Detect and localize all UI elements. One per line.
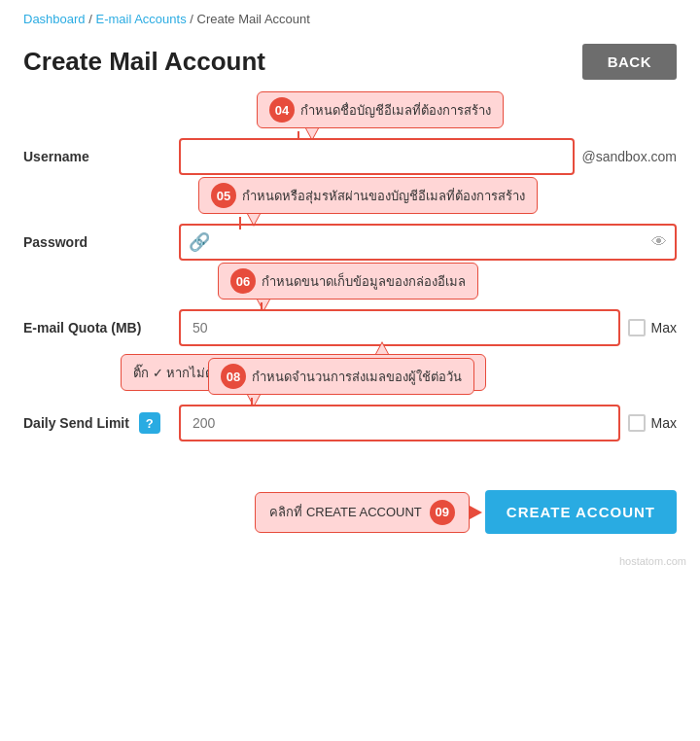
quota-max-checkbox[interactable] <box>628 319 646 336</box>
step-badge-09: 09 <box>430 500 455 525</box>
password-generate-icon[interactable]: 🔗 <box>189 231 210 253</box>
quota-max-label: Max <box>651 320 677 335</box>
page-title: Create Mail Account <box>23 47 265 77</box>
password-toggle-icon[interactable]: 👁 <box>651 233 667 251</box>
breadcrumb-current: Create Mail Account <box>197 12 310 26</box>
password-input[interactable] <box>218 229 651 255</box>
tooltip-05-text: กำหนดหรือสุ่มรหัสผ่านของบัญชีอีเมลที่ต้อ… <box>242 186 525 206</box>
step-badge-08: 08 <box>221 364 246 389</box>
tooltip-08-text: กำหนดจำนวนการส่งเมลของผู้ใช้ต่อวัน <box>252 367 462 387</box>
daily-send-input[interactable] <box>179 405 620 441</box>
quota-label: E-mail Quota (MB) <box>23 320 179 335</box>
breadcrumb-email-accounts[interactable]: E-mail Accounts <box>95 12 186 26</box>
breadcrumb: Dashboard / E-mail Accounts / Create Mai… <box>23 12 677 26</box>
daily-send-max-checkbox[interactable] <box>628 414 646 432</box>
username-label: Username <box>23 149 179 164</box>
domain-suffix: @sandbox.com <box>582 149 677 164</box>
create-account-button[interactable]: CREATE ACCOUNT <box>485 490 677 534</box>
password-label: Password <box>23 234 179 250</box>
daily-send-help-icon[interactable]: ? <box>139 412 160 434</box>
tooltip-06-text: กำหนดขนาดเก็บข้อมูลของกล่องอีเมล <box>262 271 466 292</box>
breadcrumb-dashboard[interactable]: Dashboard <box>23 12 86 26</box>
step-badge-04: 04 <box>269 97 295 123</box>
step-badge-06: 06 <box>230 268 256 294</box>
watermark: hostatom.com <box>619 555 686 567</box>
create-note-text: คลิกที่ CREATE ACCOUNT <box>269 502 422 522</box>
daily-send-label: Daily Send Limit ? <box>23 412 179 434</box>
daily-send-max-label: Max <box>651 415 677 431</box>
tooltip-04-text: กำหนดชื่อบัญชีอีเมลที่ต้องการสร้าง <box>300 100 491 121</box>
step-badge-05: 05 <box>211 183 236 208</box>
username-input[interactable] <box>179 138 575 175</box>
quota-input[interactable] <box>179 309 620 346</box>
back-button[interactable]: BACK <box>582 44 677 80</box>
